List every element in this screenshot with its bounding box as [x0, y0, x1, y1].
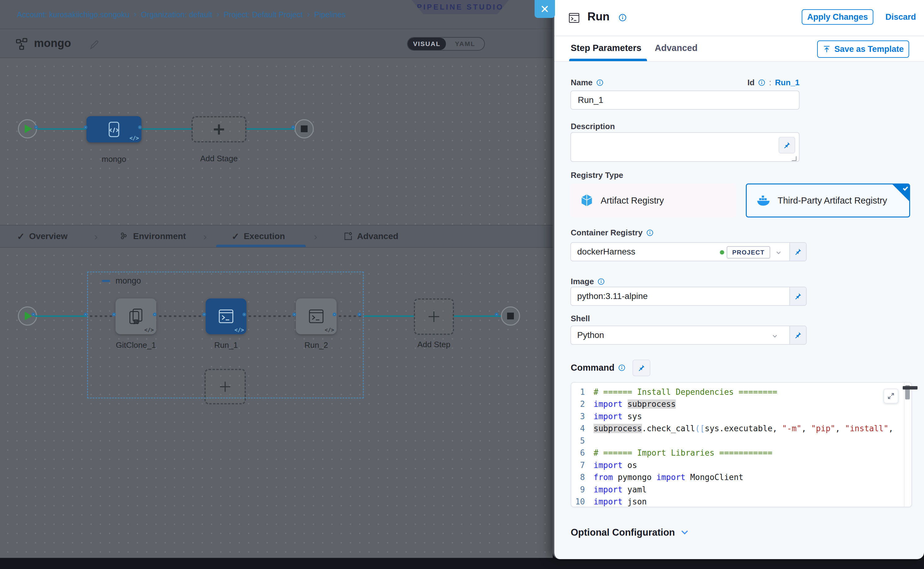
- info-icon[interactable]: [758, 79, 765, 86]
- edit-pencil-icon[interactable]: [89, 40, 99, 50]
- description-textarea[interactable]: [570, 132, 799, 162]
- chevron-right-icon: ›: [216, 9, 219, 19]
- breadcrumb-project[interactable]: Project: Default Project: [223, 10, 302, 19]
- optional-configuration-toggle[interactable]: Optional Configuration: [571, 527, 689, 538]
- code-line: 7import os: [571, 459, 911, 472]
- runtime-input-pin-button[interactable]: [789, 326, 806, 344]
- apply-changes-button[interactable]: Apply Changes: [802, 9, 873, 25]
- connector: [364, 315, 414, 317]
- tab-step-parameters[interactable]: Step Parameters: [571, 43, 641, 53]
- tab-overview[interactable]: ✓ Overview: [17, 225, 68, 247]
- connector-port[interactable]: [153, 313, 157, 316]
- info-icon[interactable]: [619, 14, 627, 21]
- code-badge-icon: </>: [234, 327, 244, 333]
- pipeline-title: mongo: [34, 37, 71, 50]
- panel-body: Name Id : Run_1 Description: [554, 62, 924, 559]
- breadcrumb-organization[interactable]: Organization: default: [141, 10, 212, 19]
- image-input[interactable]: [577, 291, 713, 301]
- close-panel-button[interactable]: [535, 0, 555, 18]
- info-icon[interactable]: [597, 278, 605, 285]
- connector-port[interactable]: [34, 125, 38, 129]
- advanced-icon: [343, 231, 353, 241]
- connector-port[interactable]: [358, 313, 361, 316]
- container-registry-label: Container Registry: [571, 228, 653, 237]
- expand-editor-button[interactable]: [883, 389, 898, 403]
- pipeline-start-node[interactable]: [18, 119, 37, 138]
- plus-icon: [212, 123, 226, 136]
- step-node-run2[interactable]: </>: [296, 298, 337, 334]
- info-icon[interactable]: [618, 364, 625, 371]
- tab-environment[interactable]: Environment: [119, 225, 186, 247]
- runtime-input-pin-button[interactable]: [789, 243, 806, 261]
- step-label: GitClone_1: [111, 341, 161, 350]
- code-line: 8from pymongo import MongoClient: [571, 472, 911, 484]
- pipeline-studio-badge: PIPELINE STUDIO: [412, 0, 509, 14]
- add-parallel-step-node[interactable]: [204, 369, 246, 404]
- registry-option-third-party[interactable]: Third-Party Artifact Registry: [746, 184, 910, 218]
- connector-port[interactable]: [84, 125, 87, 129]
- connector-port[interactable]: [495, 313, 498, 316]
- runtime-input-pin-button[interactable]: [778, 137, 795, 154]
- upload-icon: [823, 45, 831, 53]
- check-icon: ✓: [17, 231, 25, 242]
- step-node-gitclone[interactable]: </>: [116, 298, 156, 334]
- add-stage-label: Add Stage: [191, 154, 246, 163]
- chevron-down-icon[interactable]: [775, 249, 782, 256]
- tab-advanced-panel[interactable]: Advanced: [655, 43, 698, 53]
- pin-icon: [794, 292, 802, 300]
- discard-button[interactable]: Discard: [885, 12, 916, 22]
- stop-icon: [301, 125, 308, 132]
- execution-end-node[interactable]: [501, 306, 520, 326]
- tab-execution[interactable]: ✓ Execution: [232, 225, 285, 247]
- toggle-visual[interactable]: VISUAL: [408, 38, 446, 50]
- execution-canvas[interactable]: mongo </>: [0, 248, 553, 558]
- name-input[interactable]: [570, 91, 799, 110]
- code-line: 3import sys: [571, 410, 911, 423]
- stage-label: mongo: [87, 154, 141, 164]
- connector-port[interactable]: [333, 313, 336, 316]
- panel-header: Run Apply Changes Discard: [554, 0, 924, 36]
- pipeline-studio-background: Account: kurosakiichigo.songoku › Organi…: [0, 0, 553, 558]
- shell-select[interactable]: Python: [571, 326, 789, 344]
- step-group-header[interactable]: mongo: [102, 276, 141, 286]
- connector-port[interactable]: [202, 313, 206, 316]
- breadcrumb-account[interactable]: Account: kurosakiichigo.songoku: [17, 10, 129, 19]
- pipeline-studio-app: Account: kurosakiichigo.songoku › Organi…: [0, 0, 924, 569]
- connector-port[interactable]: [242, 313, 246, 316]
- save-as-template-button[interactable]: Save as Template: [817, 41, 909, 58]
- step-id-value: Run_1: [775, 78, 799, 87]
- stage-canvas[interactable]: </> mongo Add Stage: [0, 59, 553, 225]
- add-stage-node[interactable]: [191, 116, 246, 142]
- pipeline-end-node[interactable]: [295, 119, 314, 138]
- connector-port[interactable]: [291, 125, 295, 129]
- toggle-yaml[interactable]: YAML: [446, 38, 484, 50]
- connector-port[interactable]: [138, 125, 142, 129]
- connector-port[interactable]: [32, 313, 35, 316]
- container-registry-input[interactable]: [577, 247, 713, 257]
- collapse-icon[interactable]: [102, 280, 110, 282]
- registry-option-artifact[interactable]: Artifact Registry: [570, 184, 736, 218]
- description-label: Description: [571, 122, 615, 131]
- chevron-right-icon: ›: [94, 225, 97, 247]
- info-icon[interactable]: [646, 229, 653, 236]
- info-icon[interactable]: [596, 79, 603, 86]
- top-bar: Account: kurosakiichigo.songoku › Organi…: [0, 0, 553, 29]
- connector-port[interactable]: [112, 313, 116, 316]
- connector-port[interactable]: [292, 313, 296, 316]
- breadcrumb-pipelines[interactable]: Pipelines: [314, 10, 345, 19]
- connector-port[interactable]: [84, 313, 87, 316]
- runtime-input-pin-button[interactable]: [632, 359, 650, 376]
- tab-advanced[interactable]: Advanced: [343, 225, 398, 247]
- add-step-node[interactable]: [414, 298, 454, 335]
- shell-label: Shell: [571, 314, 590, 323]
- stage-tab-bar: ✓ Overview › Environment › ✓ Execution: [0, 225, 553, 248]
- command-code-editor[interactable]: 1# ====== Install Dependencies ========2…: [571, 382, 912, 507]
- connector-dotted: [159, 315, 204, 317]
- stage-node-mongo[interactable]: </>: [87, 116, 141, 142]
- code-badge-icon: </>: [144, 327, 154, 333]
- code-line: 6# ====== Import Libraries ===========: [571, 447, 911, 459]
- step-node-run1[interactable]: </>: [206, 298, 246, 334]
- editor-scrollbar-track[interactable]: [904, 383, 911, 507]
- runtime-input-pin-button[interactable]: [789, 287, 806, 305]
- panel-tab-bar: Step Parameters Advanced Save as Templat…: [554, 37, 924, 62]
